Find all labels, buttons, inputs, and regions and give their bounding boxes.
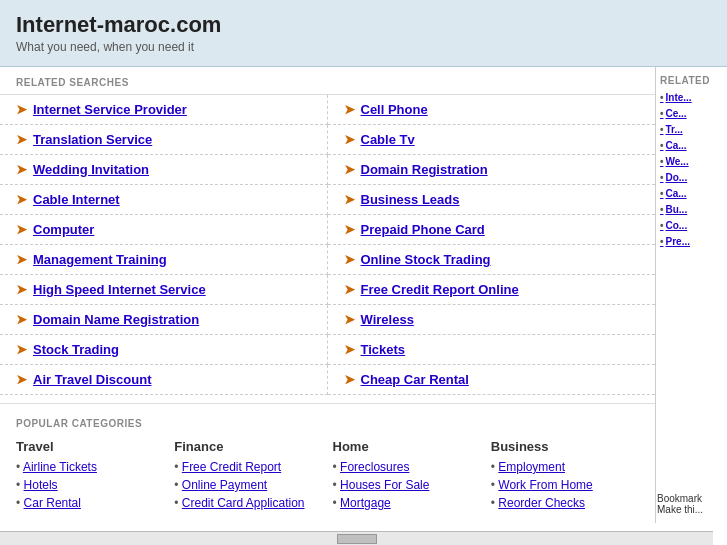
search-link[interactable]: Cheap Car Rental: [361, 372, 469, 387]
search-item-right-5: ➤Online Stock Trading: [328, 245, 656, 275]
arrow-icon: ➤: [344, 102, 355, 117]
category-link-item: Car Rental: [16, 495, 164, 510]
search-item-left-1: ➤Translation Service: [0, 125, 328, 155]
arrow-icon: ➤: [344, 342, 355, 357]
arrow-icon: ➤: [16, 102, 27, 117]
arrow-icon: ➤: [344, 372, 355, 387]
right-panel-link-3[interactable]: •Ca...: [660, 140, 723, 151]
category-col-3: BusinessEmploymentWork From HomeReorder …: [491, 439, 639, 513]
search-link[interactable]: Cable Internet: [33, 192, 120, 207]
category-link[interactable]: Employment: [498, 460, 565, 474]
category-col-1: FinanceFree Credit ReportOnline PaymentC…: [174, 439, 322, 513]
arrow-icon: ➤: [344, 222, 355, 237]
search-link[interactable]: Stock Trading: [33, 342, 119, 357]
arrow-icon: ➤: [344, 192, 355, 207]
search-link[interactable]: Cell Phone: [361, 102, 428, 117]
search-link[interactable]: Internet Service Provider: [33, 102, 187, 117]
category-col-2: HomeForeclosuresHouses For SaleMortgage: [333, 439, 481, 513]
category-link[interactable]: Credit Card Application: [182, 496, 305, 510]
right-panel-links: •Inte...•Ce...•Tr...•Ca...•We...•Do...•C…: [660, 92, 723, 247]
scrollbar-thumb[interactable]: [337, 534, 377, 544]
categories-grid: TravelAirline TicketsHotelsCar RentalFin…: [16, 439, 639, 513]
page-header: Internet-maroc.com What you need, when y…: [0, 0, 727, 67]
search-link[interactable]: Translation Service: [33, 132, 152, 147]
bottom-scrollbar[interactable]: [0, 531, 713, 545]
category-link[interactable]: Hotels: [24, 478, 58, 492]
category-link-item: Mortgage: [333, 495, 481, 510]
category-link[interactable]: Houses For Sale: [340, 478, 429, 492]
popular-categories-section: POPULAR CATEGORIES TravelAirline Tickets…: [0, 403, 655, 523]
search-item-right-6: ➤Free Credit Report Online: [328, 275, 656, 305]
arrow-icon: ➤: [344, 132, 355, 147]
search-item-right-0: ➤Cell Phone: [328, 95, 656, 125]
right-panel-link-2[interactable]: •Tr...: [660, 124, 723, 135]
related-searches-label: RELATED SEARCHES: [0, 77, 655, 94]
category-link[interactable]: Car Rental: [24, 496, 81, 510]
arrow-icon: ➤: [16, 282, 27, 297]
category-link[interactable]: Airline Tickets: [23, 460, 97, 474]
right-panel-link-4[interactable]: •We...: [660, 156, 723, 167]
search-link[interactable]: Wireless: [361, 312, 414, 327]
search-link[interactable]: Free Credit Report Online: [361, 282, 519, 297]
category-link-item: Employment: [491, 459, 639, 474]
arrow-icon: ➤: [16, 372, 27, 387]
category-link-item: Credit Card Application: [174, 495, 322, 510]
right-panel-link-7[interactable]: •Bu...: [660, 204, 723, 215]
arrow-icon: ➤: [344, 282, 355, 297]
search-item-left-4: ➤Computer: [0, 215, 328, 245]
category-link-item: Hotels: [16, 477, 164, 492]
arrow-icon: ➤: [16, 252, 27, 267]
search-item-left-6: ➤High Speed Internet Service: [0, 275, 328, 305]
category-title: Finance: [174, 439, 322, 454]
category-link-item: Airline Tickets: [16, 459, 164, 474]
arrow-icon: ➤: [344, 252, 355, 267]
category-link[interactable]: Work From Home: [498, 478, 592, 492]
search-link[interactable]: Business Leads: [361, 192, 460, 207]
right-panel-link-5[interactable]: •Do...: [660, 172, 723, 183]
right-panel-link-6[interactable]: •Ca...: [660, 188, 723, 199]
search-link[interactable]: Management Training: [33, 252, 167, 267]
search-link[interactable]: Prepaid Phone Card: [361, 222, 485, 237]
category-link[interactable]: Reorder Checks: [498, 496, 585, 510]
category-title: Travel: [16, 439, 164, 454]
search-item-right-2: ➤Domain Registration: [328, 155, 656, 185]
search-item-right-7: ➤Wireless: [328, 305, 656, 335]
right-panel-label: RELATED: [660, 75, 723, 86]
right-panel-link-1[interactable]: •Ce...: [660, 108, 723, 119]
search-link[interactable]: Cable Tv: [361, 132, 415, 147]
search-item-left-8: ➤Stock Trading: [0, 335, 328, 365]
arrow-icon: ➤: [344, 162, 355, 177]
search-link[interactable]: Domain Registration: [361, 162, 488, 177]
search-link[interactable]: Online Stock Trading: [361, 252, 491, 267]
arrow-icon: ➤: [16, 162, 27, 177]
bookmark-line2: Make thi...: [657, 504, 713, 515]
category-link[interactable]: Online Payment: [182, 478, 267, 492]
category-link-item: Houses For Sale: [333, 477, 481, 492]
arrow-icon: ➤: [16, 132, 27, 147]
search-item-left-3: ➤Cable Internet: [0, 185, 328, 215]
search-link[interactable]: Tickets: [361, 342, 406, 357]
arrow-icon: ➤: [16, 222, 27, 237]
category-link[interactable]: Foreclosures: [340, 460, 409, 474]
search-link[interactable]: High Speed Internet Service: [33, 282, 206, 297]
popular-categories-label: POPULAR CATEGORIES: [16, 418, 639, 429]
right-panel-link-9[interactable]: •Pre...: [660, 236, 723, 247]
search-item-left-7: ➤Domain Name Registration: [0, 305, 328, 335]
search-link[interactable]: Domain Name Registration: [33, 312, 199, 327]
category-title: Home: [333, 439, 481, 454]
search-link[interactable]: Air Travel Discount: [33, 372, 151, 387]
right-panel-link-8[interactable]: •Co...: [660, 220, 723, 231]
right-panel-link-0[interactable]: •Inte...: [660, 92, 723, 103]
category-title: Business: [491, 439, 639, 454]
category-link[interactable]: Free Credit Report: [182, 460, 281, 474]
related-searches-grid: ➤Internet Service Provider➤Cell Phone➤Tr…: [0, 94, 655, 395]
search-link[interactable]: Computer: [33, 222, 94, 237]
category-link-item: Free Credit Report: [174, 459, 322, 474]
bookmark-line1: Bookmark: [657, 493, 713, 504]
search-item-right-3: ➤Business Leads: [328, 185, 656, 215]
search-item-left-5: ➤Management Training: [0, 245, 328, 275]
search-link[interactable]: Wedding Invitation: [33, 162, 149, 177]
search-item-right-9: ➤Cheap Car Rental: [328, 365, 656, 395]
arrow-icon: ➤: [16, 192, 27, 207]
category-link[interactable]: Mortgage: [340, 496, 391, 510]
